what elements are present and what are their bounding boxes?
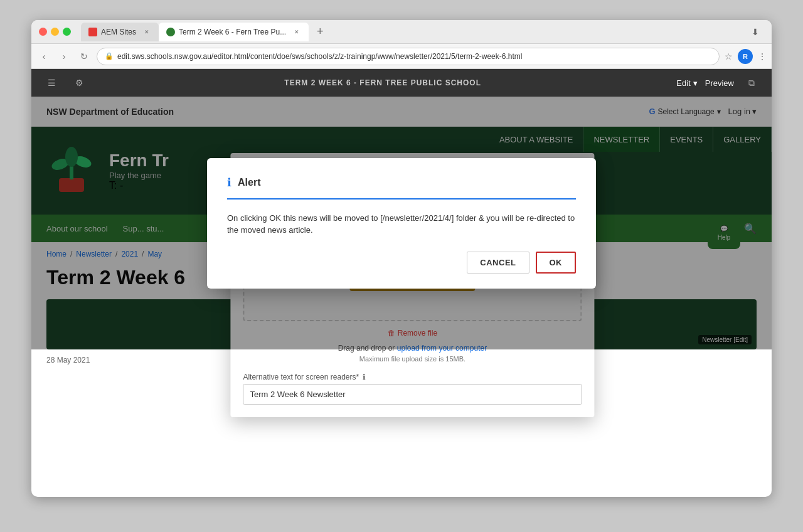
tab-favicon-aem (88, 28, 97, 36)
tab-label-fern: Term 2 Week 6 - Fern Tree Pu... (179, 28, 286, 36)
more-options-icon[interactable]: ⋮ (758, 51, 767, 61)
panel-toggle-icon[interactable]: ☰ (41, 73, 61, 93)
info-icon: ℹ (363, 373, 366, 381)
url-bar[interactable]: 🔒 edit.sws.schools.nsw.gov.au/editor.htm… (97, 48, 720, 65)
tab-fern[interactable]: Term 2 Week 6 - Fern Tree Pu... ✕ (159, 23, 309, 41)
aem-toolbar-left: ☰ ⚙ (41, 73, 89, 93)
alt-text-section: Alternative text for screen readers* ℹ (243, 373, 582, 405)
alert-dialog: ℹ Alert On clicking OK this news will be… (207, 158, 596, 289)
tabs-bar: AEM Sites ✕ Term 2 Week 6 - Fern Tree Pu… (81, 23, 742, 41)
address-bar: ‹ › ↻ 🔒 edit.sws.schools.nsw.gov.au/edit… (31, 44, 772, 69)
browser-window: AEM Sites ✕ Term 2 Week 6 - Fern Tree Pu… (31, 20, 772, 497)
aem-toolbar-right: Edit ▾ Preview ⧉ (676, 73, 762, 93)
share-icon[interactable]: ⧉ (742, 73, 762, 93)
alert-info-icon: ℹ (227, 176, 231, 189)
new-tab-button[interactable]: + (311, 23, 329, 41)
max-upload-text: Maximum file upload size is 15MB. (359, 355, 465, 363)
alert-header: ℹ Alert (227, 176, 576, 200)
title-bar: AEM Sites ✕ Term 2 Week 6 - Fern Tree Pu… (31, 20, 772, 44)
alert-buttons: CANCEL OK (227, 252, 576, 274)
aem-page-title: TERM 2 WEEK 6 - FERN TREE PUBLIC SCHOOL (97, 78, 669, 87)
minimize-window-button[interactable] (51, 28, 59, 36)
aem-toolbar: ☰ ⚙ TERM 2 WEEK 6 - FERN TREE PUBLIC SCH… (31, 69, 772, 97)
modal-overlay: ℹ Alert On clicking OK this news will be… (31, 97, 772, 349)
website-content: NSW Department of Education G Select Lan… (31, 97, 772, 349)
lock-icon: 🔒 (105, 52, 114, 60)
user-avatar[interactable]: R (738, 49, 753, 64)
close-window-button[interactable] (39, 28, 47, 36)
settings-icon[interactable]: ⚙ (69, 73, 89, 93)
alert-message: On clicking OK this news will be moved t… (227, 212, 576, 237)
bookmark-icon[interactable]: ☆ (725, 51, 733, 61)
alt-text-input[interactable] (243, 384, 582, 405)
traffic-lights (39, 28, 71, 36)
content-date: 28 May 2021 (46, 356, 90, 364)
edit-button[interactable]: Edit ▾ (676, 78, 697, 88)
ok-button[interactable]: OK (536, 252, 577, 274)
tab-aem-sites[interactable]: AEM Sites ✕ (81, 23, 159, 41)
alert-title: Alert (238, 177, 260, 188)
tab-favicon-fern (166, 28, 175, 36)
cancel-button[interactable]: CANCEL (467, 252, 529, 274)
maximize-window-button[interactable] (63, 28, 71, 36)
forward-button[interactable]: › (56, 49, 72, 64)
tab-close-fern[interactable]: ✕ (292, 28, 301, 36)
refresh-button[interactable]: ↻ (77, 49, 92, 64)
tab-label-aem: AEM Sites (101, 28, 136, 36)
tab-close-aem[interactable]: ✕ (142, 28, 151, 36)
browser-settings-icon[interactable]: ⬇ (747, 23, 764, 41)
preview-button[interactable]: Preview (705, 78, 734, 88)
url-text: edit.sws.schools.nsw.gov.au/editor.html/… (117, 52, 522, 61)
back-button[interactable]: ‹ (36, 49, 51, 64)
alt-text-label: Alternative text for screen readers* ℹ (243, 373, 582, 381)
